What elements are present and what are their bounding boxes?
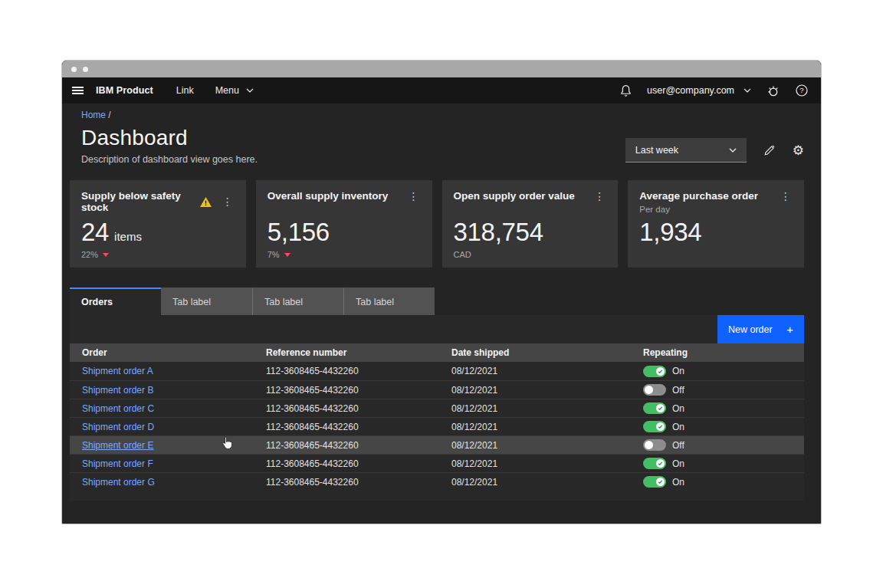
toggle-track[interactable] xyxy=(643,439,666,451)
order-link[interactable]: Shipment order E xyxy=(82,440,153,451)
window-control-dot[interactable] xyxy=(83,67,88,72)
orders-panel: New order + Order Reference number Date … xyxy=(70,315,804,501)
new-order-label: New order xyxy=(728,324,773,335)
toggle-track[interactable] xyxy=(643,421,666,432)
tab-label-2[interactable]: Tab label xyxy=(252,287,343,315)
metric-cards: Supply below safety stock⋮24items22%Over… xyxy=(70,180,804,268)
ai-assistant-icon[interactable] xyxy=(766,84,780,98)
repeating-toggle[interactable]: On xyxy=(643,366,804,377)
order-link[interactable]: Shipment order G xyxy=(82,477,155,488)
toggle-track[interactable] xyxy=(643,476,666,488)
chevron-down-icon xyxy=(246,88,254,93)
metric-unit: items xyxy=(114,230,142,243)
toggle-state-label: Off xyxy=(672,440,684,451)
tab-label-3[interactable]: Tab label xyxy=(343,287,435,315)
help-icon[interactable]: ? xyxy=(795,84,809,97)
toggle-state-label: On xyxy=(672,403,684,414)
settings-button[interactable]: ⚙ xyxy=(793,144,804,157)
table-row[interactable]: Shipment order D112-3608465-443226008/12… xyxy=(70,417,804,435)
card-subtitle: Per day xyxy=(639,205,793,214)
date-cell: 08/12/2021 xyxy=(451,366,643,376)
overflow-menu-icon[interactable]: ⋮ xyxy=(221,196,235,207)
toggle-state-label: On xyxy=(672,477,684,488)
tab-orders[interactable]: Orders xyxy=(70,287,161,315)
repeating-toggle[interactable]: On xyxy=(643,402,804,414)
repeating-toggle[interactable]: On xyxy=(643,421,804,432)
card-header-row: Supply below safety stock⋮ xyxy=(81,190,235,213)
tab-label-1[interactable]: Tab label xyxy=(161,287,252,315)
order-cell: Shipment order G xyxy=(70,477,266,488)
repeating-cell: On xyxy=(643,458,804,469)
app-header: IBM Product Link Menu user@company.com ? xyxy=(62,77,821,103)
order-cell: Shipment order B xyxy=(70,385,266,396)
order-link[interactable]: Shipment order A xyxy=(82,366,153,376)
order-cell: Shipment order C xyxy=(70,403,266,414)
window-control-dot[interactable] xyxy=(71,67,77,72)
order-cell: Shipment order A xyxy=(70,366,266,376)
chevron-down-icon xyxy=(729,148,737,153)
toggle-track[interactable] xyxy=(643,402,666,414)
toggle-state-label: On xyxy=(672,366,684,376)
repeating-toggle[interactable]: Off xyxy=(643,439,804,451)
trend-value: 22% xyxy=(81,250,98,259)
date-cell: 08/12/2021 xyxy=(451,458,643,469)
toggle-track[interactable] xyxy=(643,384,666,396)
toggle-knob xyxy=(645,386,653,394)
order-link[interactable]: Shipment order D xyxy=(82,422,154,432)
metric-footnote: CAD xyxy=(454,250,471,259)
reference-cell: 112-3608465-4432260 xyxy=(266,440,451,451)
reference-cell: 112-3608465-4432260 xyxy=(266,385,451,396)
reference-cell: 112-3608465-4432260 xyxy=(266,422,451,432)
order-link[interactable]: Shipment order B xyxy=(82,385,153,396)
table-row[interactable]: Shipment order C112-3608465-443226008/12… xyxy=(70,399,804,417)
header-link[interactable]: Link xyxy=(176,85,194,96)
breadcrumb-home-link[interactable]: Home xyxy=(81,110,106,120)
table-row[interactable]: Shipment order B112-3608465-443226008/12… xyxy=(70,380,804,399)
user-email: user@company.com xyxy=(647,85,734,96)
add-icon: + xyxy=(786,323,793,336)
order-link[interactable]: Shipment order C xyxy=(82,403,154,414)
window-titlebar xyxy=(62,61,821,77)
table-row[interactable]: Shipment order G112-3608465-443226008/12… xyxy=(70,472,804,491)
metric-value-row: 5,156 xyxy=(268,218,421,247)
time-filter-dropdown[interactable]: Last week xyxy=(625,138,747,163)
header-menu[interactable]: Menu xyxy=(215,85,254,96)
toggle-knob xyxy=(656,367,665,376)
table-row[interactable]: Shipment order A112-3608465-443226008/12… xyxy=(70,362,804,380)
page-actions: Last week ⚙ xyxy=(625,138,804,163)
edit-button[interactable] xyxy=(763,144,776,156)
table-row[interactable]: Shipment order F112-3608465-443226008/12… xyxy=(70,454,804,472)
breadcrumb-separator: / xyxy=(108,110,110,120)
metric-value: 318,754 xyxy=(454,218,543,247)
table-header-row: Order Reference number Date shipped Repe… xyxy=(70,343,804,362)
order-cell: Shipment order E xyxy=(70,440,266,451)
chevron-down-icon xyxy=(743,88,751,93)
notifications-bell-icon[interactable] xyxy=(619,84,632,97)
card-title: Average purchase order xyxy=(639,190,770,202)
header-actions: user@company.com ? xyxy=(619,84,809,98)
hamburger-menu-button[interactable] xyxy=(62,77,93,103)
card-header-row: Overall supply inventory⋮ xyxy=(268,190,421,202)
repeating-toggle[interactable]: Off xyxy=(643,384,804,396)
toggle-track[interactable] xyxy=(643,366,666,377)
toggle-knob xyxy=(656,478,665,486)
user-account-menu[interactable]: user@company.com xyxy=(647,85,751,96)
repeating-toggle[interactable]: On xyxy=(643,476,804,488)
edit-pencil-icon xyxy=(763,144,776,156)
date-cell: 08/12/2021 xyxy=(451,440,643,451)
toggle-state-label: On xyxy=(672,422,684,432)
order-link[interactable]: Shipment order F xyxy=(82,458,153,469)
table-row[interactable]: Shipment order E112-3608465-443226008/12… xyxy=(70,435,804,454)
overflow-menu-icon[interactable]: ⋮ xyxy=(779,191,793,202)
repeating-toggle[interactable]: On xyxy=(643,458,804,469)
overflow-menu-icon[interactable]: ⋮ xyxy=(592,191,606,202)
new-order-button[interactable]: New order + xyxy=(717,315,804,343)
order-cell: Shipment order D xyxy=(70,422,266,432)
table-body: Shipment order A112-3608465-443226008/12… xyxy=(70,362,804,491)
tabs: OrdersTab labelTab labelTab label xyxy=(70,287,435,315)
toggle-track[interactable] xyxy=(643,458,666,469)
metric-value-row: 1,934 xyxy=(639,218,793,247)
overflow-menu-icon[interactable]: ⋮ xyxy=(407,191,421,202)
date-cell: 08/12/2021 xyxy=(451,385,643,396)
repeating-cell: On xyxy=(643,366,804,377)
